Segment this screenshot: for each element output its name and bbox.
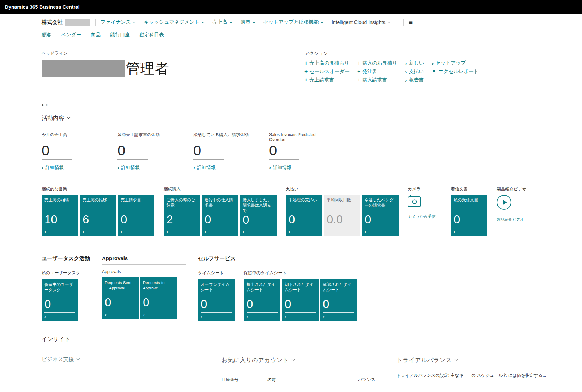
tile-value: 0 bbox=[105, 296, 136, 311]
action-sales-quote[interactable]: +売上高の見積もり bbox=[304, 60, 350, 66]
tile-label: Requests Sent ... Approval bbox=[105, 280, 136, 296]
column-account-number[interactable]: 口座番号 bbox=[222, 377, 267, 383]
nav-link-vendors[interactable]: ベンダー bbox=[61, 32, 81, 38]
tile-purchase-attention[interactable]: ご購入の際のご注意 2 › bbox=[164, 195, 200, 236]
details-label: 詳細情報 bbox=[121, 164, 140, 171]
tile-outstanding-vendor-invoices[interactable]: 卓越したベンダーの請求書 0 › bbox=[362, 195, 399, 236]
action-excel-reports[interactable]: エクセルレポート bbox=[432, 68, 479, 75]
tile-my-incoming-documents[interactable]: 私の受信文書 0 › bbox=[451, 195, 487, 236]
details-link[interactable]: ›詳細情報 bbox=[269, 164, 291, 171]
details-link[interactable]: ›詳細情報 bbox=[117, 164, 140, 171]
kpi-overdue-sales-invoice-amount: 延滞売上請求書の金額 0 ›詳細情報 bbox=[117, 132, 193, 171]
details-label: 詳細情報 bbox=[46, 164, 64, 171]
business-assistance-header[interactable]: ビジネス支援 bbox=[42, 356, 79, 363]
activities-title: 活動内容 bbox=[42, 115, 64, 122]
activities-header[interactable]: 活動内容 bbox=[42, 115, 553, 125]
plus-icon: + bbox=[357, 77, 360, 83]
action-label: 購入のお見積り bbox=[362, 60, 397, 66]
action-new[interactable]: ›新しい bbox=[405, 60, 424, 66]
tile-unprocessed-payments[interactable]: 未処理の支払い 0 › bbox=[286, 195, 322, 236]
tile-value: 0 bbox=[247, 298, 278, 313]
trial-balance-header[interactable]: トライアルバランス bbox=[396, 356, 553, 364]
tile-requests-to-approve[interactable]: Requests to Approve 0 › bbox=[140, 277, 177, 319]
column-balance[interactable]: バランス bbox=[347, 377, 375, 383]
tile-approved-timesheets[interactable]: 承認されたタイムシート 0 › bbox=[320, 279, 357, 321]
favorite-accounts-header[interactable]: お気に入りのアカウント bbox=[222, 356, 375, 369]
group-title: 継続購入 bbox=[164, 186, 277, 192]
tile-open-timesheets[interactable]: オープンタイムシート 0 › bbox=[198, 279, 235, 321]
nav-link-customers[interactable]: 顧客 bbox=[42, 32, 51, 38]
favorite-accounts-table-header: 口座番号 名前 バランス bbox=[222, 377, 375, 385]
nav-menu-purchasing[interactable]: 購買 bbox=[241, 19, 255, 25]
product-videos-link[interactable]: 製品紹介ビデオ bbox=[497, 217, 524, 222]
tile-value: 0 bbox=[289, 213, 320, 228]
tile-label: 却下されたタイムシート bbox=[285, 282, 316, 298]
tile-label: 売上高の相場 bbox=[44, 197, 75, 213]
tile-label: 平均回収日数 bbox=[327, 197, 358, 213]
tile-purchase-invoices-in-progress[interactable]: 進行中の仕入請求書 0 › bbox=[202, 195, 238, 236]
action-sales-invoice[interactable]: +売上請求書 bbox=[304, 77, 350, 83]
details-label: 詳細情報 bbox=[273, 164, 291, 171]
part-subtitle: 保留中のタイムシート bbox=[244, 270, 357, 276]
tile-sales-quotes[interactable]: 売上高の相場 10 › bbox=[42, 195, 78, 236]
action-setup[interactable]: ›セットアップ bbox=[432, 60, 479, 66]
nav-menu-intelligent-cloud-insights[interactable]: Intelligent Cloud Insights bbox=[332, 19, 390, 25]
tile-sales-orders[interactable]: 売上高の推移 6 › bbox=[80, 195, 116, 236]
plus-icon: + bbox=[357, 68, 360, 75]
nav-link-bank-accounts[interactable]: 銀行口座 bbox=[110, 32, 130, 38]
nav-link-chart-of-accounts[interactable]: 勘定科目表 bbox=[139, 32, 164, 38]
more-menu-icon[interactable]: ≡ bbox=[408, 19, 413, 26]
panel-business-assistance: ビジネス支援 bbox=[42, 347, 218, 392]
column-name[interactable]: 名前 bbox=[267, 377, 347, 383]
nav-menu-cash-management[interactable]: キャッシュマネジメント bbox=[144, 19, 204, 25]
insights-header: インサイト bbox=[42, 336, 553, 347]
action-purchase-invoice[interactable]: +購入請求書 bbox=[357, 77, 397, 83]
company-selector[interactable]: 株式会社 bbox=[42, 19, 90, 26]
nav-link-items[interactable]: 商品 bbox=[91, 32, 101, 38]
dot-inactive-icon[interactable]: ○ bbox=[46, 103, 49, 107]
camera-receive-link[interactable]: カメラから受信... bbox=[408, 214, 438, 219]
kpi-label: 今月の売上高 bbox=[42, 132, 105, 143]
tile-sales-invoices[interactable]: 売上請求書 0 › bbox=[118, 195, 154, 236]
nav-divider bbox=[95, 19, 96, 26]
details-link[interactable]: ›詳細情報 bbox=[42, 164, 64, 171]
insights-title: インサイト bbox=[42, 336, 71, 342]
part-title: ユーザータスク活動 bbox=[42, 255, 90, 265]
chevron-right-icon: › bbox=[121, 229, 122, 234]
group-ongoing-sales: 継続的な営業 売上高の相場 10 › 売上高の推移 6 › 売上請求書 0 › bbox=[42, 186, 154, 236]
action-purchase-quote[interactable]: +購入のお見積り bbox=[357, 60, 397, 66]
play-video-icon[interactable] bbox=[497, 195, 511, 210]
details-link[interactable]: ›詳細情報 bbox=[193, 164, 216, 171]
kpi-value: 0 bbox=[269, 143, 299, 160]
tile-pending-user-tasks[interactable]: 保留中のユーザータスク 0 › bbox=[42, 279, 78, 321]
chevron-down-icon bbox=[229, 20, 232, 23]
tile-purchased-invoice-next-week[interactable]: 購入しました。請求書は来週まで 0 › bbox=[240, 195, 277, 236]
nav-menu-setup-extensions[interactable]: セットアップと拡張機能 bbox=[263, 19, 323, 25]
action-payments[interactable]: ›支払い bbox=[405, 68, 424, 75]
nav-menu-finance[interactable]: ファイナンス bbox=[101, 19, 135, 25]
tile-value: 0 bbox=[143, 296, 174, 311]
tile-submitted-timesheets[interactable]: 提出されたタイムシート 0 › bbox=[244, 279, 280, 321]
headline-carousel-dots[interactable]: ●○ bbox=[42, 103, 553, 107]
chevron-right-icon: › bbox=[117, 165, 119, 170]
tile-requests-sent-for-approval[interactable]: Requests Sent ... Approval 0 › bbox=[102, 277, 139, 319]
chevron-down-icon bbox=[252, 20, 255, 23]
action-sales-order[interactable]: +セールスオーダー bbox=[304, 68, 350, 75]
dot-active-icon[interactable]: ● bbox=[42, 103, 46, 107]
group-title: カメラ bbox=[408, 186, 442, 192]
chevron-right-icon: › bbox=[405, 69, 407, 75]
headline-label: ヘッドライン bbox=[42, 50, 304, 56]
tile-rejected-timesheets[interactable]: 却下されたタイムシート 0 › bbox=[282, 279, 319, 321]
subgroup-pending-timesheets: 保留中のタイムシート 提出されたタイムシート 0 › 却下されたタイムシート 0… bbox=[244, 265, 357, 321]
action-reports[interactable]: ›報告書 bbox=[405, 77, 424, 83]
action-purchase-order[interactable]: +発注書 bbox=[357, 68, 397, 75]
nav-menu-label: 売上高 bbox=[213, 19, 228, 25]
tile-value: 6 bbox=[83, 213, 114, 228]
actions-section: アクション +売上高の見積もり +セールスオーダー +売上請求書 +購入のお見積… bbox=[304, 50, 553, 83]
nav-menu-sales[interactable]: 売上高 bbox=[213, 19, 232, 25]
chevron-right-icon: › bbox=[105, 312, 107, 317]
camera-icon[interactable] bbox=[408, 196, 421, 207]
tile-label: ご購入の際のご注意 bbox=[166, 197, 198, 213]
quick-links: 顧客 ベンダー 商品 銀行口座 勘定科目表 bbox=[42, 32, 553, 38]
part-subtitle: タイムシート bbox=[198, 270, 235, 276]
